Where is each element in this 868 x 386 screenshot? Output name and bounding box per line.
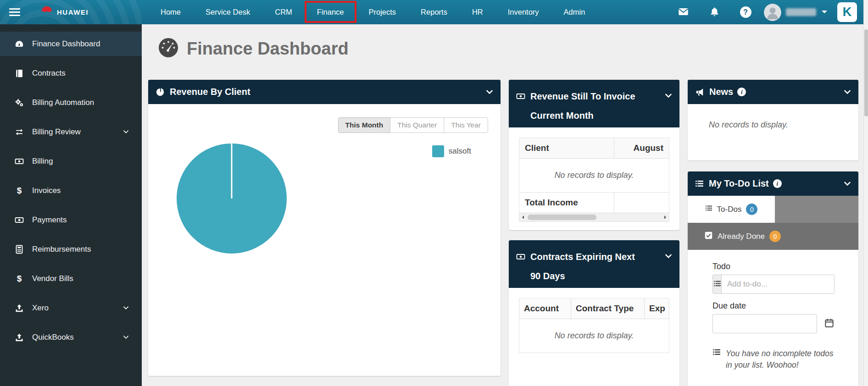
filter-this-month-button[interactable]: This Month [338,117,391,133]
calendar-icon[interactable] [824,318,834,330]
nav-item-projects[interactable]: Projects [356,0,409,24]
nav-item-label: Projects [369,8,396,17]
sidebar-item-finance-dashboard[interactable]: Finance Dashboard [0,32,142,56]
nav-item-hr[interactable]: HR [460,0,495,24]
todo-list-addon-button[interactable] [712,275,722,294]
column-header-account[interactable]: Account [519,298,571,319]
column-left: Revenue By Client This Month This Quarte… [148,80,501,376]
sidebar-item-billing-review[interactable]: Billing Review [0,120,142,144]
nav-item-service-desk[interactable]: Service Desk [193,0,262,24]
due-date-field-label: Due date [712,301,836,311]
collapse-panel-button[interactable] [844,181,851,186]
collapse-panel-button[interactable] [844,89,851,94]
table-header-row: Account Contract Type Exp [519,298,669,319]
user-avatar[interactable] [764,4,781,21]
contracts-table: Account Contract Type Exp No records to … [519,298,669,353]
huawei-flower-icon [40,5,53,20]
revenue-by-client-panel: Revenue By Client This Month This Quarte… [148,80,501,376]
sidebar-item-invoices[interactable]: Invoices [0,178,142,203]
nav-item-crm[interactable]: CRM [262,0,305,24]
panel-title: Contracts Expiring Next 90 Days [530,247,645,286]
nav-item-label: Admin [564,8,585,17]
nav-item-admin[interactable]: Admin [551,0,598,24]
scrollbar-thumb[interactable] [528,215,596,220]
scroll-right-arrow-icon[interactable] [664,215,666,219]
table-header-row: Client August [519,138,669,159]
sidebar: Finance Dashboard Contracts Billing Auto… [0,24,142,386]
envelope-icon [678,6,689,19]
sidebar-item-payments[interactable]: Payments [0,208,142,232]
sidebar-item-vendor-bills[interactable]: Vendor Bills [0,266,142,291]
column-header-contract-type[interactable]: Contract Type [571,298,644,319]
sidebar-item-quickbooks[interactable]: QuickBooks [0,325,142,349]
nav-item-home[interactable]: Home [148,0,193,24]
sidebar-item-label: Payments [32,215,67,225]
revenue-by-client-body: This Month This Quarter This Year salsof… [148,104,501,376]
sidebar-item-label: Xero [32,303,49,313]
collapse-panel-button[interactable] [486,89,493,94]
todo-form: Todo Due date [688,250,858,380]
sidebar-item-label: Finance Dashboard [32,39,100,49]
huawei-logo: HUAWEI [40,5,89,20]
nav-item-label: CRM [275,8,292,17]
user-menu-caret-icon[interactable] [822,11,827,16]
horizontal-scrollbar[interactable] [519,213,669,221]
column-header-august[interactable]: August [614,138,669,158]
panel-title: My To-Do List [709,178,769,189]
due-date-input[interactable] [712,314,817,333]
dashboard-gauge-icon [158,37,179,60]
sidebar-item-billing-automation[interactable]: Billing Automation [0,90,142,115]
list-icon [712,348,721,358]
already-done-count-badge: 0 [769,231,781,242]
chart-legend[interactable]: salsoft [432,145,471,157]
dollar-icon [14,186,25,196]
todo-empty-text: You have no incomplete todos in your lis… [726,348,836,371]
sidebar-item-label: Billing [32,157,53,166]
sidebar-item-label: Invoices [32,186,61,195]
revenue-still-to-invoice-header: Revenue Still To Invoice Current Month [509,80,679,127]
sidebar-item-reimbursements[interactable]: Reimbursements [0,237,142,261]
filter-this-quarter-button[interactable]: This Quarter [390,117,444,133]
tab-already-done[interactable]: Already Done 0 [688,223,858,250]
list-icon [705,204,712,214]
chart-period-filter-group: This Month This Quarter This Year [338,117,488,133]
messages-button[interactable] [668,0,699,24]
add-todo-input[interactable] [722,275,835,294]
app-logo[interactable] [837,2,857,22]
page-vertical-scrollbar[interactable] [863,0,868,386]
column-middle: Revenue Still To Invoice Current Month C… [509,80,679,386]
dollar-icon [14,274,25,284]
legend-swatch [432,145,444,157]
column-header-client[interactable]: Client [519,138,614,158]
nav-item-label: Inventory [508,8,539,17]
contracts-expiring-panel: Contracts Expiring Next 90 Days Account … [509,240,679,386]
nav-item-inventory[interactable]: Inventory [495,0,551,24]
scroll-left-arrow-icon[interactable] [522,215,524,219]
nav-item-reports[interactable]: Reports [408,0,460,24]
total-income-value [614,193,669,213]
filter-this-year-button[interactable]: This Year [444,117,488,133]
collapse-panel-button[interactable] [665,254,672,259]
info-icon[interactable] [773,179,782,188]
sidebar-item-billing[interactable]: Billing [0,149,142,173]
column-header-expiry[interactable]: Exp [644,298,669,319]
hamburger-menu-button[interactable] [0,0,29,24]
notifications-button[interactable] [699,0,730,24]
due-date-row [712,314,836,333]
collapse-panel-button[interactable] [665,93,672,98]
empty-state-text: No records to display. [519,319,669,353]
help-button[interactable] [730,0,761,24]
scrollbar-thumb[interactable] [864,29,868,116]
news-empty-text: No records to display. [688,104,858,130]
nav-item-label: Home [161,8,181,17]
contracts-expiring-header: Contracts Expiring Next 90 Days [509,240,679,288]
legend-label: salsoft [449,147,471,156]
nav-item-finance[interactable]: Finance [305,0,356,24]
exchange-icon [14,127,25,137]
tab-todos[interactable]: To-Dos 0 [688,196,775,223]
sidebar-item-xero[interactable]: Xero [0,296,142,320]
info-icon[interactable] [737,88,746,96]
sidebar-item-contracts[interactable]: Contracts [0,61,142,85]
bell-icon [709,6,720,18]
main-content: Finance Dashboard Revenue By Client This… [142,24,863,386]
